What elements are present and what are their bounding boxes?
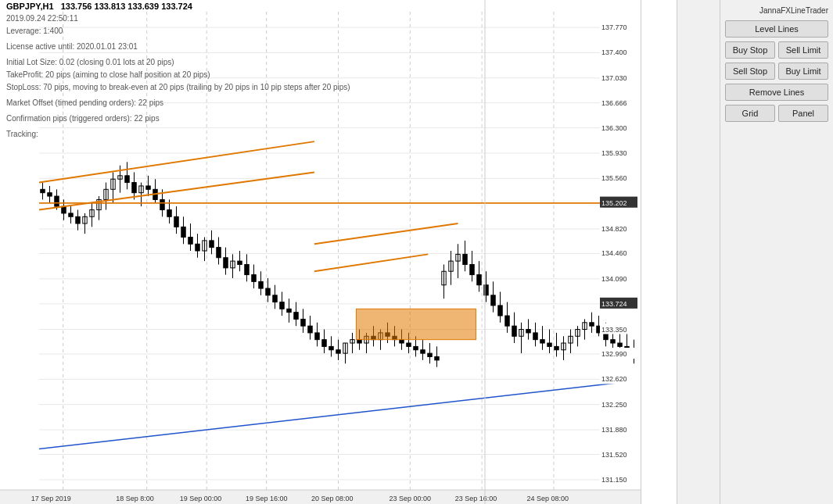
right-panel: JannaFXLineTrader Level Lines Buy Stop S… — [720, 0, 833, 504]
buy-limit-button[interactable]: Buy Limit — [778, 63, 828, 80]
sell-stop-buy-limit-row: Sell Stop Buy Limit — [725, 63, 828, 80]
grid-button[interactable]: Grid — [725, 105, 775, 122]
sell-limit-button[interactable]: Sell Limit — [778, 41, 828, 59]
buy-stop-button[interactable]: Buy Stop — [725, 41, 775, 59]
price-axis — [677, 0, 720, 504]
buy-stop-sell-limit-row: Buy Stop Sell Limit — [725, 41, 828, 59]
chart-canvas — [0, 0, 641, 504]
grid-panel-row: Grid Panel — [725, 105, 828, 122]
remove-lines-button[interactable]: Remove Lines — [725, 84, 828, 101]
chart-area[interactable]: GBPJPY,H1 133.756 133.813 133.639 133.72… — [0, 0, 641, 504]
level-lines-button[interactable]: Level Lines — [725, 20, 828, 38]
panel-title: JannaFXLineTrader — [759, 6, 828, 15]
panel-button[interactable]: Panel — [778, 105, 828, 122]
sell-stop-button[interactable]: Sell Stop — [725, 63, 775, 80]
